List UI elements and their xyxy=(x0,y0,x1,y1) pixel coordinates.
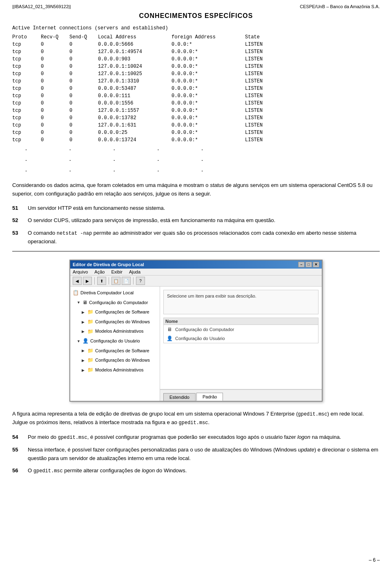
question-54: 54 Por meio do gpedit.msc, é possível co… xyxy=(12,433,380,442)
tree-icon-admin-comp: 📁 xyxy=(87,327,94,336)
dialog-left-panel: 📋 Diretiva Computador Local ▼ 🖥 Configur… xyxy=(70,287,160,401)
toolbar-copy[interactable]: 📋 xyxy=(111,277,120,285)
menu-exibir[interactable]: Exibir xyxy=(111,269,122,274)
dialog-toolbar: ◀ ▶ ⬆ 📋 📄 ? xyxy=(70,276,322,287)
dialog-title: Editor de Diretiva de Grupo Local xyxy=(73,262,144,267)
header-left: ||IBASA12_021_39N569122|| xyxy=(12,4,71,9)
tree-icon-software-comp: 📁 xyxy=(87,308,94,317)
right-icon-user: 👤 xyxy=(166,335,173,342)
dialog-select-hint: Selecione um item para exibir sua descri… xyxy=(167,294,256,298)
table-row: tcp000.0.0.0:137240.0.0.0:*LISTEN xyxy=(12,136,380,144)
menu-acao[interactable]: Ação xyxy=(94,269,105,274)
tree-item-admin-user[interactable]: ▶ 📁 Modelos Administrativos xyxy=(72,365,158,375)
question-text-55: Nessa interface, é possível fazer config… xyxy=(28,446,380,463)
toolbar-up[interactable]: ⬆ xyxy=(97,277,106,285)
table-row: tcp000.0.0.0:56660.0.0:*LISTEN xyxy=(12,41,380,48)
minimize-button[interactable]: – xyxy=(298,262,305,267)
maximize-button[interactable]: □ xyxy=(305,262,312,267)
table-row: tcp00127.0.0.1:100240.0.0.0:*LISTEN xyxy=(12,63,380,70)
dialog-box: Editor de Diretiva de Grupo Local – □ ✕ … xyxy=(69,260,323,402)
dialog-container: Editor de Diretiva de Grupo Local – □ ✕ … xyxy=(12,260,380,402)
close-button[interactable]: ✕ xyxy=(313,262,319,267)
table-row: tcp000.0.0.0:1110.0.0.0:*LISTEN xyxy=(12,92,380,100)
toolbar-forward[interactable]: ▶ xyxy=(83,277,92,285)
tree-expand-admin-comp: ▶ xyxy=(82,328,86,335)
dialog-right-panel: Selecione um item para exibir sua descri… xyxy=(160,287,322,401)
question-55: 55 Nessa interface, é possível fazer con… xyxy=(12,446,380,463)
col-header-sendq: Send-Q xyxy=(69,33,98,41)
tree-label-windows-comp: Configurações do Windows xyxy=(95,318,150,326)
col-header-local: Local Address xyxy=(98,33,172,41)
question-text-56: O gpedit.msc permite alterar configuraçõ… xyxy=(28,467,380,475)
dialog-menubar: Arquivo Ação Exibir Ajuda xyxy=(70,269,322,276)
tree-item-root[interactable]: 📋 Diretiva Computador Local xyxy=(72,288,158,298)
tree-label-root: Diretiva Computador Local xyxy=(80,289,134,297)
dialog-titlebar: Editor de Diretiva de Grupo Local – □ ✕ xyxy=(70,260,322,269)
tree-expand-user: ▼ xyxy=(77,338,81,345)
tree-icon-computer: 🖥 xyxy=(82,298,87,307)
right-icon-computer: 🖥 xyxy=(166,326,173,333)
question-number-53: 53 xyxy=(12,229,24,246)
tab-estendido[interactable]: Estendido xyxy=(163,393,196,401)
tree-expand-admin-user: ▶ xyxy=(82,367,86,374)
tree-label-admin-user: Modelos Administrativos xyxy=(95,366,144,374)
right-list-item-computer[interactable]: 🖥 Configuração do Computador xyxy=(164,325,318,334)
question-text-54: Por meio do gpedit.msc, é possível confi… xyxy=(28,433,380,442)
question-51: 51 Um servidor HTTP está em funcionament… xyxy=(12,204,380,213)
tree-expand-windows-user: ▶ xyxy=(82,357,86,364)
dialog-body: 📋 Diretiva Computador Local ▼ 🖥 Configur… xyxy=(70,287,322,401)
question-number-51: 51 xyxy=(12,204,24,213)
network-description: Active Internet connections (servers and… xyxy=(12,24,380,32)
dialog-controls[interactable]: – □ ✕ xyxy=(298,262,319,267)
toolbar-paste[interactable]: 📄 xyxy=(122,277,131,285)
toolbar-back[interactable]: ◀ xyxy=(73,277,82,285)
tree-item-software-user[interactable]: ▶ 📁 Configurações de Software xyxy=(72,346,158,356)
tree-label-software-user: Configurações de Software xyxy=(95,347,149,355)
dialog-list-header: Nome xyxy=(163,318,318,325)
tree-item-user-config[interactable]: ▼ 👤 Configuração do Usuário xyxy=(72,336,158,346)
question-number-52: 52 xyxy=(12,216,24,225)
tree-icon-user: 👤 xyxy=(82,337,89,346)
tree-item-computer-config[interactable]: ▼ 🖥 Configuração do Computador xyxy=(72,298,158,308)
toolbar-separator-2 xyxy=(109,277,109,285)
table-row: tcp000.0.0.0:137820.0.0.0:*LISTEN xyxy=(12,114,380,122)
right-label-user: Configuração do Usuário xyxy=(175,336,225,341)
question-56: 56 O gpedit.msc permite alterar configur… xyxy=(12,467,380,475)
tree-item-windows-comp[interactable]: ▶ 📁 Configurações do Windows xyxy=(72,317,158,327)
table-row: tcp000.0.0.0:9030.0.0.0:*LISTEN xyxy=(12,56,380,63)
tree-root: 📋 Diretiva Computador Local ▼ 🖥 Configur… xyxy=(72,288,158,375)
question-number-54: 54 xyxy=(12,433,24,442)
tree-expand-computer: ▼ xyxy=(77,299,81,306)
tree-icon-admin-user: 📁 xyxy=(87,366,94,375)
toolbar-help[interactable]: ? xyxy=(136,277,145,285)
col-header-recvq: Recv-Q xyxy=(41,33,69,41)
tree-item-software-comp[interactable]: ▶ 📁 Configurações de Software xyxy=(72,307,158,317)
tree-icon-root: 📋 xyxy=(73,289,79,298)
tree-label-windows-user: Configurações do Windows xyxy=(95,356,150,365)
table-row: tcp000.0.0.0:534870.0.0.0:*LISTEN xyxy=(12,85,380,92)
tree-item-admin-comp[interactable]: ▶ 📁 Modelos Administrativos xyxy=(72,327,158,337)
toolbar-separator-3 xyxy=(133,277,134,285)
section-title: CONHECIMENTOS ESPECÍFICOS xyxy=(12,12,380,20)
tree-label-user: Configuração do Usuário xyxy=(90,337,140,345)
dialog-right-top: Selecione um item para exibir sua descri… xyxy=(160,287,322,389)
table-row: tcp00127.0.0.1:495740.0.0.0:*LISTEN xyxy=(12,48,380,56)
menu-ajuda[interactable]: Ajuda xyxy=(129,269,140,274)
col-header-foreign: foreign Address xyxy=(172,33,245,41)
right-list-item-user[interactable]: 👤 Configuração do Usuário xyxy=(164,334,318,343)
tree-icon-software-user: 📁 xyxy=(87,347,94,356)
footer-page-number: – 6 – xyxy=(369,557,380,563)
right-label-computer: Configuração do Computador xyxy=(175,327,234,332)
dialog-bottom-tabs: Estendido Padrão xyxy=(160,389,322,401)
table-row: tcp00127.0.0.1:33100.0.0.0:*LISTEN xyxy=(12,78,380,85)
question-text-51: Um servidor HTTP está em funcionamento n… xyxy=(28,204,380,213)
question-number-56: 56 xyxy=(12,467,24,475)
question-53: 53 O comando netstat -nap permite ao adm… xyxy=(12,229,380,246)
intro-paragraph: Considerando os dados acima, que foram c… xyxy=(12,181,380,198)
tree-label-computer: Configuração do Computador xyxy=(89,299,148,307)
table-row: tcp00127.0.0.1:6310.0.0.0:*LISTEN xyxy=(12,122,380,129)
tree-item-windows-user[interactable]: ▶ 📁 Configurações do Windows xyxy=(72,356,158,365)
tab-padrao[interactable]: Padrão xyxy=(196,393,223,401)
table-row: tcp00127.0.0.1:100250.0.0.0:*LISTEN xyxy=(12,70,380,78)
menu-arquivo[interactable]: Arquivo xyxy=(73,269,88,274)
